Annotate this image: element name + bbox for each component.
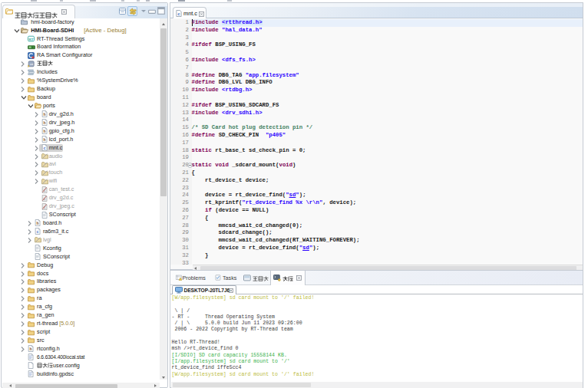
svg-text:c: c (36, 230, 38, 235)
svg-text:RT: RT (29, 38, 34, 41)
svg-text:h: h (29, 347, 31, 352)
svg-text:h: h (43, 113, 45, 117)
svg-text:h: h (43, 130, 45, 134)
svg-text:10: 10 (29, 63, 33, 66)
svg-text:h: h (43, 138, 45, 143)
svg-text:h: h (43, 121, 45, 126)
svg-text:c: c (177, 12, 180, 17)
svg-text:c: c (43, 146, 45, 151)
svg-text:h: h (36, 222, 38, 226)
